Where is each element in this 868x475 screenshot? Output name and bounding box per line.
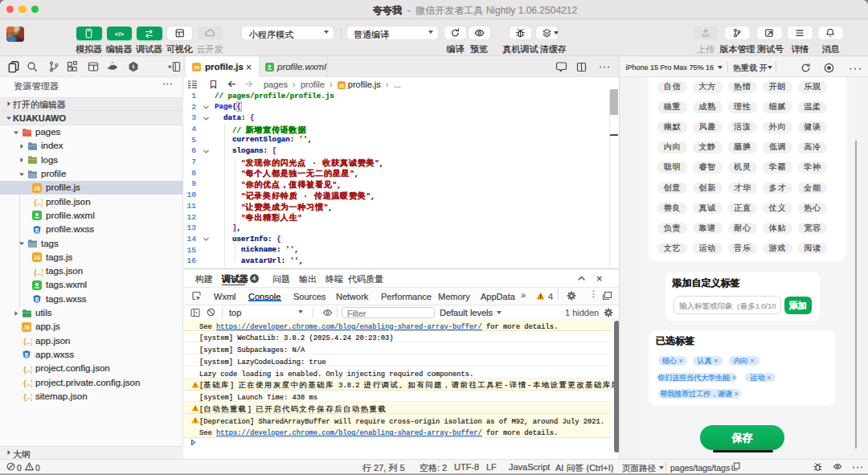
svg-text:JS: JS <box>338 84 344 88</box>
svg-text:JS: JS <box>34 186 41 191</box>
svg-text:</>: </> <box>114 31 124 38</box>
svg-text:JS: JS <box>193 65 199 70</box>
svg-text:{..}: {..} <box>34 267 43 276</box>
svg-text:JS: JS <box>23 325 31 330</box>
svg-text:JS: JS <box>34 255 41 260</box>
svg-text:{..}: {..} <box>23 337 32 346</box>
svg-text:{..}: {..} <box>34 198 43 207</box>
svg-text:{..}: {..} <box>23 379 32 387</box>
svg-text:{..}: {..} <box>23 364 32 373</box>
svg-text:{..}: {..} <box>23 392 32 401</box>
